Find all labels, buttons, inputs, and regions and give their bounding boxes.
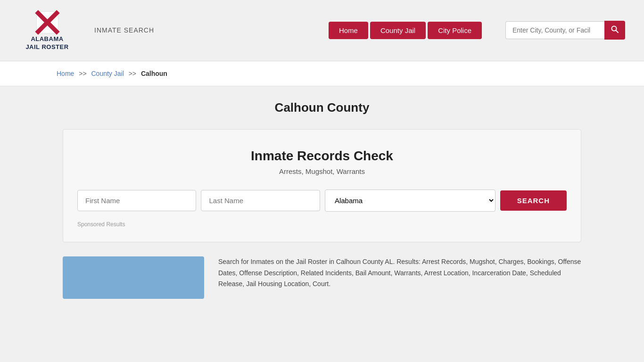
header-search-input[interactable]: [505, 21, 604, 39]
inmate-search-form: Alabama SEARCH: [77, 189, 567, 212]
records-check-subtitle: Arrests, Mugshot, Warrants: [77, 167, 567, 175]
inmate-search-label: INMATE SEARCH: [94, 26, 154, 34]
breadcrumb-county-jail-link[interactable]: County Jail: [91, 70, 124, 77]
logo-text: ALABAMA JAIL ROSTER: [25, 35, 68, 51]
header-search-button[interactable]: [604, 21, 625, 40]
breadcrumb-current: Calhoun: [141, 70, 167, 77]
state-select[interactable]: Alabama: [325, 189, 495, 212]
bottom-section: Search for Inmates on the Jail Roster in…: [63, 256, 581, 299]
search-icon: [611, 25, 619, 33]
breadcrumb-home-link[interactable]: Home: [57, 70, 74, 77]
home-nav-button[interactable]: Home: [329, 22, 368, 39]
main-nav: Home County Jail City Police: [329, 22, 482, 39]
logo-area: ALABAMA JAIL ROSTER: [19, 9, 75, 51]
last-name-input[interactable]: [201, 190, 320, 211]
alabama-flag-icon: [34, 9, 60, 35]
svg-line-4: [616, 31, 619, 33]
county-image: [63, 256, 204, 299]
records-check-box: Inmate Records Check Arrests, Mugshot, W…: [63, 129, 581, 242]
inmate-search-button[interactable]: SEARCH: [500, 190, 567, 211]
county-jail-nav-button[interactable]: County Jail: [370, 22, 426, 39]
main-content: Calhoun County Inmate Records Check Arre…: [53, 86, 591, 313]
records-check-title: Inmate Records Check: [77, 148, 567, 164]
breadcrumb: Home >> County Jail >> Calhoun: [0, 61, 644, 86]
county-description: Search for Inmates on the Jail Roster in…: [218, 256, 581, 290]
first-name-input[interactable]: [77, 190, 196, 211]
site-header: ALABAMA JAIL ROSTER INMATE SEARCH Home C…: [0, 0, 644, 61]
city-police-nav-button[interactable]: City Police: [428, 22, 482, 39]
header-search-area: [505, 21, 625, 40]
sponsored-label: Sponsored Results: [77, 221, 567, 228]
breadcrumb-sep1: >>: [79, 70, 86, 77]
breadcrumb-sep2: >>: [129, 70, 136, 77]
page-title: Calhoun County: [63, 100, 581, 115]
